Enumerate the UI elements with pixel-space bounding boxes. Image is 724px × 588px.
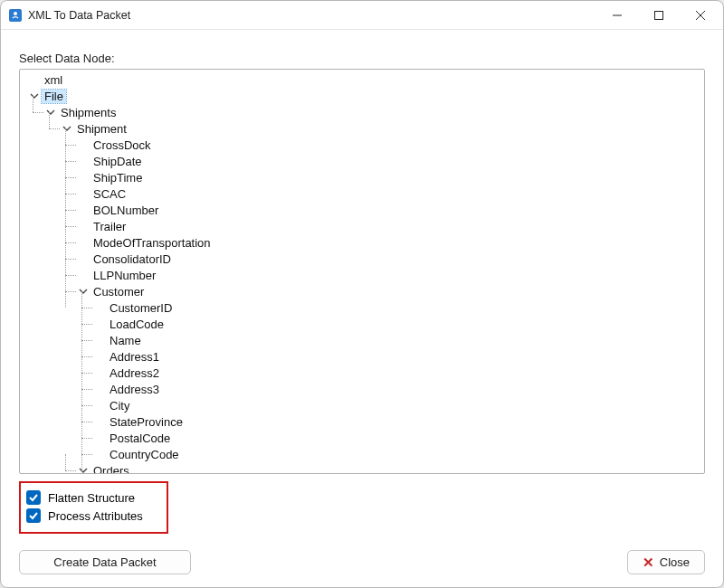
tree-node: SCAC: [24, 185, 704, 202]
tree-root: xmlFileShipmentsShipmentCrossDockShipDat…: [24, 71, 704, 473]
tree-node: OrdersOrder: [24, 462, 704, 473]
tree-row[interactable]: CrossDock: [24, 137, 704, 153]
svg-point-1: [14, 12, 17, 15]
chevron-down-icon[interactable]: [78, 465, 89, 473]
tree-node-label[interactable]: StateProvince: [107, 415, 186, 429]
minimize-button[interactable]: [596, 2, 638, 29]
tree-row[interactable]: PostalCode: [24, 430, 704, 446]
tree-node: BOLNumber: [24, 202, 704, 218]
tree-row[interactable]: Shipments: [24, 104, 704, 120]
tree-node: Name: [24, 332, 704, 348]
tree-node-label[interactable]: CustomerID: [107, 301, 175, 315]
flatten-structure-checkbox[interactable]: [26, 490, 41, 505]
tree-row[interactable]: CountryCode: [24, 446, 704, 462]
tree-node-label[interactable]: xml: [42, 73, 65, 87]
tree-row[interactable]: Address2: [24, 365, 704, 381]
tree-row[interactable]: ModeOfTransportation: [24, 234, 704, 251]
tree-node: FileShipmentsShipmentCrossDockShipDateSh…: [24, 88, 704, 473]
tree-node-label[interactable]: ShipTime: [90, 171, 145, 185]
process-attributes-row[interactable]: Process Attributes: [26, 508, 161, 523]
tree-node-label[interactable]: Shipment: [74, 122, 129, 136]
tree-node: Address1: [24, 348, 704, 365]
tree-node-label[interactable]: BOLNumber: [90, 204, 161, 217]
tree-node: Trailer: [24, 218, 704, 234]
tree-node-label[interactable]: LLPNumber: [90, 269, 158, 282]
tree-row[interactable]: xml: [24, 71, 704, 88]
tree-row[interactable]: Shipment: [24, 120, 704, 137]
tree-node: StateProvince: [24, 413, 704, 430]
chevron-down-icon[interactable]: [78, 286, 89, 297]
tree-node-label[interactable]: City: [107, 399, 132, 413]
tree-row[interactable]: SCAC: [24, 185, 704, 202]
tree-node-label[interactable]: Name: [107, 334, 144, 347]
window-controls: [596, 2, 721, 29]
tree-node: ShipDate: [24, 153, 704, 169]
flatten-structure-label: Flatten Structure: [48, 491, 135, 505]
create-data-packet-button[interactable]: Create Data Packet: [19, 550, 191, 574]
tree-node: CustomerCustomerIDLoadCodeNameAddress1Ad…: [24, 283, 704, 462]
tree-node-label[interactable]: Shipments: [58, 106, 119, 119]
tree-node-label[interactable]: ShipDate: [90, 155, 144, 168]
tree-row[interactable]: Address1: [24, 348, 704, 365]
tree-node: CrossDock: [24, 137, 704, 153]
tree-node: Address2: [24, 365, 704, 381]
tree-row[interactable]: Customer: [24, 283, 704, 299]
tree-node-label[interactable]: CountryCode: [107, 448, 182, 461]
tree-node-label[interactable]: Address1: [107, 350, 162, 364]
tree-node: ConsolidatorID: [24, 251, 704, 267]
tree-node-label[interactable]: Orders: [90, 464, 132, 474]
tree-row[interactable]: LoadCode: [24, 316, 704, 332]
tree-node-label[interactable]: File: [42, 90, 66, 103]
chevron-down-icon[interactable]: [45, 107, 56, 118]
titlebar: XML To Data Packet: [1, 1, 723, 30]
tree-row[interactable]: Name: [24, 332, 704, 348]
tree-node-label[interactable]: CrossDock: [90, 138, 154, 152]
tree-row[interactable]: Trailer: [24, 218, 704, 234]
tree-row[interactable]: StateProvince: [24, 413, 704, 430]
tree-node-label[interactable]: Customer: [90, 285, 147, 299]
tree-node: LLPNumber: [24, 267, 704, 283]
tree-node-label[interactable]: ModeOfTransportation: [90, 236, 214, 250]
tree-row[interactable]: ShipDate: [24, 153, 704, 169]
tree-scroll[interactable]: xmlFileShipmentsShipmentCrossDockShipDat…: [20, 70, 704, 473]
tree-node: ShipmentCrossDockShipDateShipTimeSCACBOL…: [24, 120, 704, 473]
tree-row[interactable]: CustomerID: [24, 299, 704, 316]
app-window: XML To Data Packet Select Data Node: xml…: [0, 0, 724, 588]
flatten-structure-row[interactable]: Flatten Structure: [26, 490, 161, 505]
app-icon: [8, 8, 23, 23]
tree-node-label[interactable]: Trailer: [90, 220, 129, 233]
window-title: XML To Data Packet: [28, 9, 596, 22]
maximize-button[interactable]: [638, 2, 680, 29]
tree-node: CountryCode: [24, 446, 704, 462]
close-icon: ✕: [643, 555, 654, 569]
select-node-label: Select Data Node:: [19, 52, 705, 65]
tree-row[interactable]: LLPNumber: [24, 267, 704, 283]
tree-row[interactable]: ConsolidatorID: [24, 251, 704, 267]
close-button-label: Close: [660, 555, 690, 569]
process-attributes-checkbox[interactable]: [26, 508, 41, 523]
tree-row[interactable]: City: [24, 397, 704, 413]
tree-node: ShipTime: [24, 169, 704, 185]
tree-row[interactable]: File: [24, 88, 704, 104]
chevron-down-icon[interactable]: [62, 123, 72, 134]
tree-row[interactable]: Orders: [24, 462, 704, 473]
options-group-highlighted: Flatten Structure Process Attributes: [19, 481, 168, 534]
process-attributes-label: Process Attributes: [48, 509, 143, 523]
tree-node: PostalCode: [24, 430, 704, 446]
tree-node-label[interactable]: Address3: [107, 383, 162, 396]
tree-row[interactable]: Address3: [24, 381, 704, 397]
tree-node-label[interactable]: LoadCode: [107, 318, 167, 331]
tree-row[interactable]: ShipTime: [24, 169, 704, 185]
tree-node-label[interactable]: Address2: [107, 366, 162, 380]
tree-row[interactable]: BOLNumber: [24, 202, 704, 218]
tree-node: ModeOfTransportation: [24, 234, 704, 251]
tree-node-label[interactable]: ConsolidatorID: [90, 252, 174, 266]
close-window-button[interactable]: [680, 2, 721, 29]
chevron-down-icon[interactable]: [29, 90, 40, 101]
tree-node: Address3: [24, 381, 704, 397]
tree-node-label[interactable]: SCAC: [90, 187, 129, 201]
footer: Create Data Packet ✕ Close: [19, 550, 705, 574]
close-button[interactable]: ✕ Close: [627, 550, 705, 574]
tree-node-label[interactable]: PostalCode: [107, 432, 173, 445]
tree-node: CustomerID: [24, 299, 704, 316]
